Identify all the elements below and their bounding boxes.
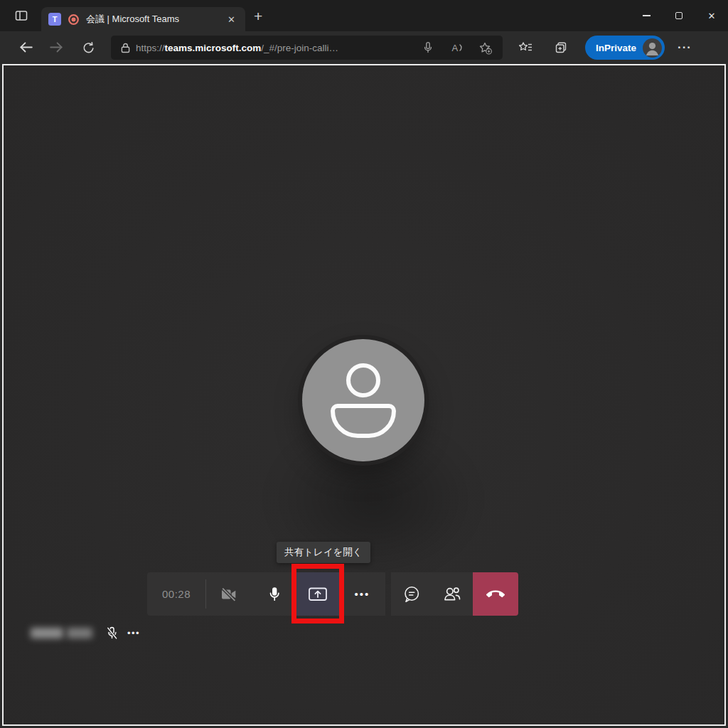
redacted-text <box>31 628 63 638</box>
url-scheme: https:// <box>136 43 165 53</box>
favorites-button[interactable] <box>513 36 538 60</box>
url-host: teams.microsoft.com <box>165 43 262 53</box>
address-bar[interactable]: https://teams.microsoft.com/_#/pre-join-… <box>111 36 503 60</box>
lock-icon <box>119 42 132 54</box>
hang-up-icon <box>486 585 505 604</box>
settings-menu-button[interactable]: ··· <box>678 41 692 55</box>
participant-name-redacted <box>26 623 97 643</box>
maximize-button[interactable] <box>663 0 695 31</box>
share-tray-icon <box>307 584 328 604</box>
maximize-icon <box>675 12 682 19</box>
call-timer-cell: 00:28 <box>147 572 205 616</box>
participant-more-button[interactable]: ••• <box>127 628 140 638</box>
camera-off-icon <box>220 585 238 604</box>
participants-icon <box>442 584 462 604</box>
back-arrow-icon <box>18 40 33 55</box>
browser-tab[interactable]: T 会議 | Microsoft Teams ✕ <box>41 7 245 31</box>
camera-toggle-button[interactable] <box>206 572 252 616</box>
share-tray-button[interactable] <box>296 572 339 616</box>
chat-button[interactable] <box>391 572 432 616</box>
tab-title: 会議 | Microsoft Teams <box>86 13 218 26</box>
call-timer: 00:28 <box>162 588 191 600</box>
teams-meeting-page: 共有トレイを開く 00:28 <box>2 64 726 726</box>
minimize-icon <box>643 15 651 16</box>
svg-text:A: A <box>451 43 458 53</box>
participant-avatar <box>302 339 424 461</box>
person-icon <box>346 363 380 397</box>
mic-muted-icon <box>105 626 119 641</box>
read-aloud-button[interactable]: A <box>444 37 469 58</box>
star-add-icon <box>478 41 492 55</box>
collections-icon <box>554 41 568 55</box>
window-controls: ✕ <box>630 0 728 31</box>
collections-button[interactable] <box>548 36 574 60</box>
recording-indicator-icon <box>68 14 80 26</box>
add-favorite-button[interactable] <box>473 37 497 58</box>
voice-search-button[interactable] <box>416 37 440 58</box>
inprivate-badge[interactable]: InPrivate <box>585 36 665 60</box>
inprivate-label: InPrivate <box>596 43 636 53</box>
mic-toggle-button[interactable] <box>252 572 296 616</box>
participants-button[interactable] <box>432 572 473 616</box>
browser-window: T 会議 | Microsoft Teams ✕ + ✕ <box>0 0 728 64</box>
title-bar: T 会議 | Microsoft Teams ✕ + ✕ <box>0 0 728 31</box>
hang-up-button[interactable] <box>473 572 518 616</box>
tab-actions-icon <box>14 9 28 23</box>
refresh-button[interactable] <box>73 35 104 60</box>
redacted-text <box>67 628 92 638</box>
control-group-left: 00:28 ••• <box>147 572 385 616</box>
favorites-icon <box>518 41 533 55</box>
chat-icon <box>402 584 422 604</box>
forward-arrow-icon <box>49 40 65 55</box>
tab-actions-button[interactable] <box>10 5 33 26</box>
close-window-button[interactable]: ✕ <box>695 0 728 31</box>
svg-text:T: T <box>53 15 58 23</box>
minimize-button[interactable] <box>630 0 663 31</box>
person-body-icon <box>331 404 396 438</box>
participant-name-tag: ••• <box>26 622 140 643</box>
control-group-right <box>391 572 473 616</box>
more-options-button[interactable]: ••• <box>339 572 385 616</box>
share-tray-tooltip: 共有トレイを開く <box>277 542 370 563</box>
browser-toolbar: https://teams.microsoft.com/_#/pre-join-… <box>0 31 728 64</box>
url-text: https://teams.microsoft.com/_#/pre-join-… <box>136 43 412 53</box>
back-button[interactable] <box>10 35 41 60</box>
new-tab-button[interactable]: + <box>254 9 262 23</box>
profile-avatar-icon <box>643 38 662 58</box>
microphone-icon <box>265 585 284 604</box>
tab-close-button[interactable]: ✕ <box>225 13 238 26</box>
teams-favicon-icon: T <box>48 13 61 26</box>
forward-button[interactable] <box>41 35 73 60</box>
refresh-icon <box>81 41 96 55</box>
url-path: /_#/pre-join-calli… <box>261 43 338 53</box>
call-control-bar: 00:28 ••• <box>147 572 518 616</box>
voice-search-icon <box>422 41 434 54</box>
read-aloud-icon: A <box>450 41 464 54</box>
